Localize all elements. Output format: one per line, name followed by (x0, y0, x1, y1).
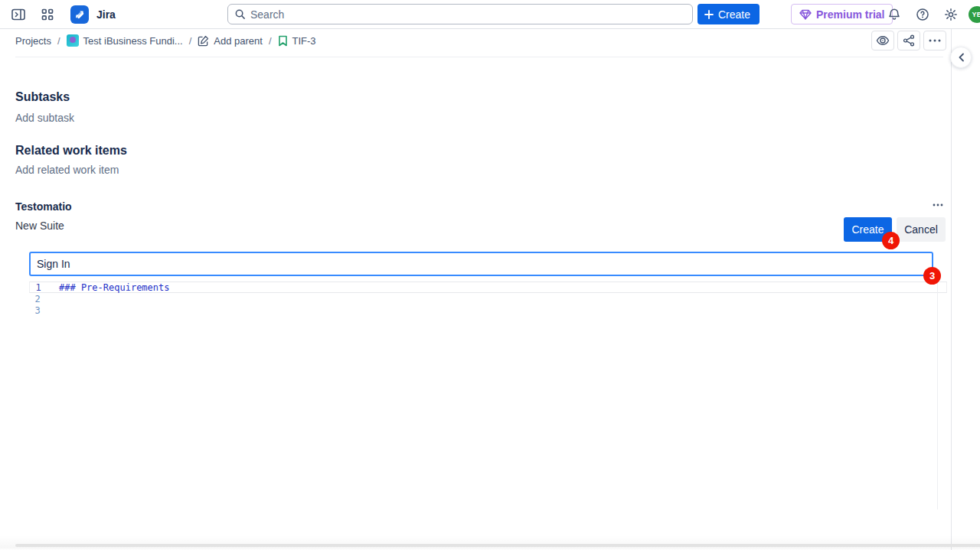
breadcrumb: Projects / Test iBusiness Fundi... / Add… (15, 31, 316, 50)
chevron-left-icon (958, 53, 965, 62)
section-divider (15, 57, 943, 57)
suite-title-input[interactable] (29, 252, 933, 276)
global-create-button[interactable]: Create (697, 4, 760, 24)
sidebar-toggle-icon (11, 8, 26, 21)
more-actions-button[interactable] (923, 31, 946, 50)
ellipsis-icon (929, 39, 941, 42)
annotation-badge-3: 3 (923, 267, 941, 285)
editor-line[interactable]: 3 (29, 305, 947, 317)
breadcrumb-issue-key-label: TIF-3 (292, 35, 316, 47)
add-subtask-button[interactable]: Add subtask (15, 112, 74, 124)
collapse-panel-button[interactable] (950, 47, 972, 68)
breadcrumb-project[interactable]: Test iBusiness Fundi... (67, 34, 183, 47)
help-button[interactable] (912, 4, 933, 25)
bell-icon (887, 8, 901, 21)
eye-icon (876, 34, 890, 47)
search-icon (234, 8, 246, 20)
create-button-label: Create (718, 8, 750, 21)
horizontal-scroll-zone (0, 535, 980, 550)
ellipsis-icon (933, 203, 943, 207)
app-switcher-button[interactable] (37, 4, 58, 25)
editor-ruler (937, 282, 938, 509)
bookmark-icon (278, 35, 288, 47)
breadcrumb-add-parent-label: Add parent (214, 35, 263, 47)
breadcrumb-issue-key[interactable]: TIF-3 (278, 35, 316, 47)
user-avatar[interactable]: YB (969, 6, 980, 23)
subtasks-heading: Subtasks (15, 90, 70, 104)
premium-trial-button[interactable]: Premium trial (791, 4, 893, 24)
testomatio-heading: Testomatio (15, 200, 72, 213)
line-number: 2 (29, 294, 46, 304)
related-items-heading: Related work items (15, 144, 127, 158)
plus-icon (704, 9, 714, 20)
new-suite-label: New Suite (15, 220, 64, 232)
watch-button[interactable] (871, 31, 894, 50)
jira-window: Jira Create (0, 0, 980, 550)
breadcrumb-project-label: Test iBusiness Fundi... (83, 35, 183, 47)
sidebar-toggle-button[interactable] (8, 4, 29, 25)
editor-line[interactable]: 1 ### Pre-Requirements (29, 282, 947, 293)
global-search[interactable] (227, 4, 693, 24)
app-title: Jira (96, 8, 116, 21)
horizontal-scrollbar[interactable] (15, 544, 980, 547)
jira-home-link[interactable]: Jira (70, 5, 116, 24)
edit-icon (198, 35, 209, 47)
help-icon (916, 8, 929, 21)
breadcrumb-separator: / (269, 35, 272, 47)
gear-icon (944, 8, 958, 21)
premium-trial-label: Premium trial (816, 8, 884, 21)
share-icon (903, 34, 915, 47)
page-actions (871, 31, 946, 50)
editor-line[interactable]: 2 (29, 293, 947, 304)
suite-description-editor[interactable]: 1 ### Pre-Requirements 2 3 (29, 282, 947, 509)
code-text: ### Pre-Requirements (47, 282, 170, 293)
line-number: 1 (30, 282, 47, 293)
app-switcher-icon (41, 8, 54, 21)
jira-logo (70, 5, 89, 24)
testomatio-more-button[interactable] (928, 197, 948, 213)
notifications-button[interactable] (884, 4, 905, 25)
add-related-item-button[interactable]: Add related work item (15, 164, 119, 176)
suite-cancel-button[interactable]: Cancel (897, 217, 946, 242)
gem-icon (799, 9, 812, 20)
top-navigation-bar: Jira Create (0, 0, 980, 29)
line-number: 3 (29, 305, 46, 316)
breadcrumb-projects[interactable]: Projects (15, 35, 51, 47)
breadcrumb-separator: / (189, 35, 192, 47)
breadcrumb-separator: / (57, 35, 60, 47)
share-button[interactable] (897, 31, 920, 50)
breadcrumb-add-parent[interactable]: Add parent (198, 35, 263, 47)
settings-button[interactable] (940, 4, 962, 25)
search-input[interactable] (250, 8, 686, 21)
right-panel-divider (951, 29, 952, 550)
annotation-badge-4: 4 (882, 232, 900, 249)
project-avatar-icon (67, 34, 79, 47)
